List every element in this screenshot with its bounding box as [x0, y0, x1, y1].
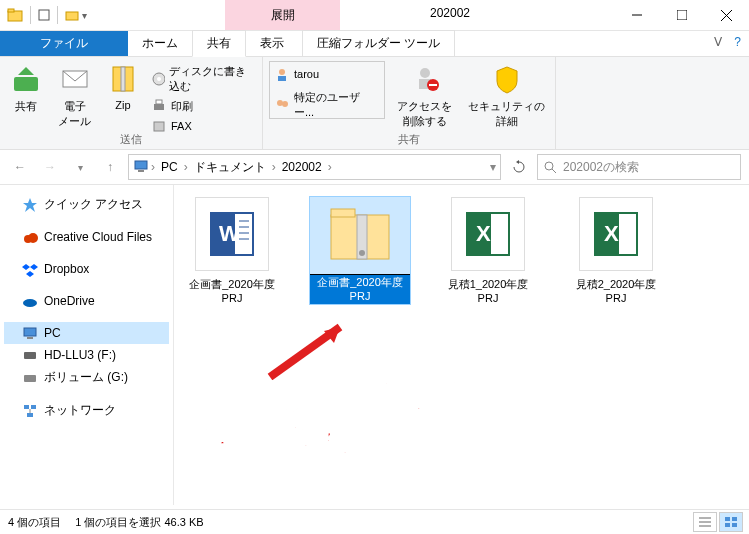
svg-point-17 [279, 69, 285, 75]
search-icon [544, 161, 557, 174]
contextual-tab-label: 展開 [225, 0, 340, 30]
share-user-specific[interactable]: 特定のユーザー... [270, 86, 384, 119]
ribbon-collapse-icon[interactable]: ᐯ [714, 35, 722, 49]
svg-point-13 [157, 77, 161, 81]
svg-rect-14 [154, 104, 164, 110]
security-label: セキュリティの 詳細 [468, 99, 545, 129]
svg-rect-26 [138, 170, 144, 172]
svg-rect-37 [31, 405, 36, 409]
maximize-button[interactable] [659, 0, 704, 30]
file-item[interactable]: W 企画書_2020年度PRJ [182, 197, 282, 306]
group-share-label: 共有 [263, 132, 555, 147]
close-button[interactable] [704, 0, 749, 30]
svg-rect-2 [39, 10, 49, 20]
file-name: 企画書_2020年度PRJ [182, 277, 282, 306]
back-button[interactable]: ← [8, 155, 32, 179]
search-placeholder: 202002の検索 [563, 159, 639, 176]
word-icon: W [195, 197, 269, 271]
nav-onedrive[interactable]: OneDrive [4, 290, 169, 312]
svg-text:X: X [604, 221, 619, 246]
share-button-label: 共有 [15, 99, 37, 114]
group-send-label: 送信 [0, 132, 262, 147]
file-name-editing[interactable]: 企画書_2020年度PRJ [310, 275, 410, 304]
minimize-button[interactable] [614, 0, 659, 30]
nav-quick-access[interactable]: クイック アクセス [4, 193, 169, 216]
file-name: 見積2_2020年度PRJ [566, 277, 666, 306]
nav-hd[interactable]: HD-LLU3 (F:) [4, 344, 169, 366]
security-button[interactable]: セキュリティの 詳細 [464, 61, 549, 131]
search-input[interactable]: 202002の検索 [537, 154, 741, 180]
qat-item-icon[interactable] [37, 8, 51, 22]
tab-compress-tools[interactable]: 圧縮フォルダー ツール [302, 30, 455, 56]
svg-rect-36 [24, 405, 29, 409]
recent-dropdown[interactable]: ▾ [68, 155, 92, 179]
forward-button[interactable]: → [38, 155, 62, 179]
tab-file[interactable]: ファイル [0, 31, 128, 56]
svg-rect-25 [135, 161, 147, 169]
svg-rect-38 [27, 413, 33, 417]
excel-icon: X [451, 197, 525, 271]
remove-access-button[interactable]: アクセスを 削除する [393, 61, 456, 131]
zip-button-label: Zip [115, 99, 130, 111]
crumb-current[interactable]: 202002 [278, 160, 326, 174]
svg-rect-5 [677, 10, 687, 20]
nav-creative-cloud[interactable]: Creative Cloud Files [4, 226, 169, 248]
svg-point-19 [277, 100, 283, 106]
svg-text:X: X [476, 221, 491, 246]
qat-dropdown-icon[interactable]: ▾ [82, 10, 87, 21]
address-dropdown-icon[interactable]: ▾ [490, 160, 496, 174]
folder-small-icon[interactable] [64, 7, 80, 23]
crumb-pc[interactable]: PC [157, 160, 182, 174]
refresh-button[interactable] [507, 155, 531, 179]
excel-icon: X [579, 197, 653, 271]
help-icon[interactable]: ? [734, 35, 741, 49]
nav-pc[interactable]: PC [4, 322, 169, 344]
file-item-selected[interactable]: 企画書_2020年度PRJ [310, 197, 410, 304]
burn-label: ディスクに書き込む [169, 64, 256, 94]
crumb-documents[interactable]: ドキュメント [190, 159, 270, 176]
up-button[interactable]: ↑ [98, 155, 122, 179]
file-list[interactable]: W 企画書_2020年度PRJ 企画書_2020年度PRJ X 見積1_2020… [174, 185, 749, 505]
address-bar[interactable]: › PC › ドキュメント › 202002 › ▾ [128, 154, 501, 180]
svg-rect-60 [725, 517, 730, 521]
ribbon: 共有 電子 メール Zip ディスクに書き込む 印刷 FAX 送信 tarou … [0, 57, 749, 150]
folder-icon [6, 6, 24, 24]
file-item[interactable]: X 見積1_2020年度PRJ [438, 197, 538, 306]
email-button[interactable]: 電子 メール [54, 61, 95, 131]
address-bar-row: ← → ▾ ↑ › PC › ドキュメント › 202002 › ▾ 20200… [0, 150, 749, 185]
status-count: 4 個の項目 [8, 515, 61, 530]
nav-network[interactable]: ネットワーク [4, 399, 169, 422]
view-icons-button[interactable] [719, 512, 743, 532]
svg-rect-3 [66, 12, 78, 20]
file-item[interactable]: X 見積2_2020年度PRJ [566, 197, 666, 306]
share-user-1[interactable]: tarou [270, 62, 384, 86]
print-button[interactable]: 印刷 [151, 97, 256, 115]
nav-pane: クイック アクセス Creative Cloud Files Dropbox O… [0, 185, 174, 505]
svg-point-27 [545, 162, 553, 170]
svg-rect-61 [732, 517, 737, 521]
svg-rect-18 [278, 76, 286, 81]
nav-volume[interactable]: ボリューム (G:) [4, 366, 169, 389]
tab-share[interactable]: 共有 [192, 30, 246, 57]
svg-point-21 [420, 68, 430, 78]
svg-rect-11 [121, 67, 125, 91]
status-selection: 1 個の項目を選択 46.3 KB [75, 515, 203, 530]
tab-view[interactable]: 表示 [246, 31, 298, 56]
svg-line-28 [552, 169, 556, 173]
pc-icon [133, 158, 149, 177]
user2-label: 特定のユーザー... [294, 90, 380, 119]
nav-dropbox[interactable]: Dropbox [4, 258, 169, 280]
zip-button[interactable]: Zip [103, 61, 143, 113]
user1-label: tarou [294, 68, 319, 80]
burn-disc-button[interactable]: ディスクに書き込む [151, 63, 256, 95]
tab-home[interactable]: ホーム [128, 31, 192, 56]
svg-point-30 [28, 233, 38, 243]
fax-label: FAX [171, 120, 192, 132]
svg-point-31 [23, 299, 37, 307]
share-button[interactable]: 共有 [6, 61, 46, 116]
titlebar: ▾ 展開 202002 [0, 0, 749, 31]
svg-rect-33 [27, 337, 33, 339]
view-details-button[interactable] [693, 512, 717, 532]
ribbon-tabs: ファイル ホーム 共有 表示 圧縮フォルダー ツール ᐯ ? [0, 31, 749, 57]
zip-folder-icon [324, 197, 396, 269]
